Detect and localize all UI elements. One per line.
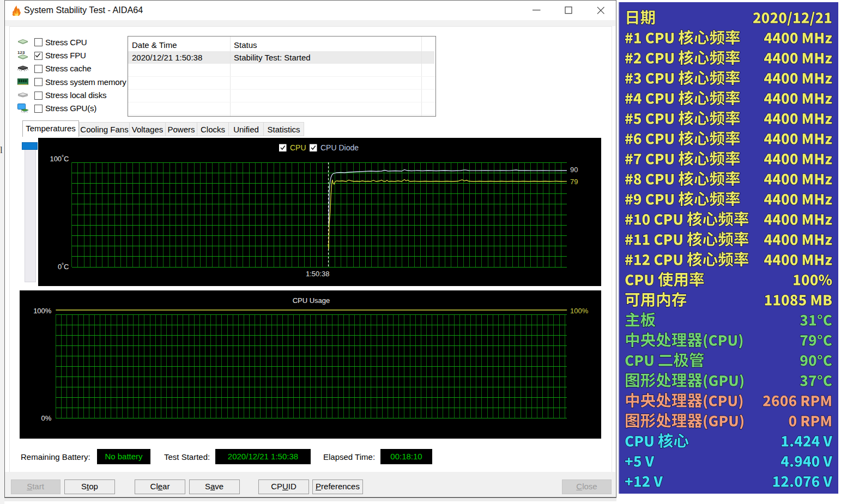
svg-text:100%: 100% xyxy=(570,307,589,315)
svg-text:CPU Diode: CPU Diode xyxy=(320,143,359,152)
svg-text:0%: 0% xyxy=(41,414,52,422)
svg-text:100°C: 100°C xyxy=(50,154,69,163)
svg-text:0°C: 0°C xyxy=(58,262,69,271)
svg-text:CPU Usage: CPU Usage xyxy=(293,296,330,305)
svg-text:79: 79 xyxy=(570,178,578,186)
svg-text:90: 90 xyxy=(570,166,578,174)
svg-text:100%: 100% xyxy=(33,307,52,315)
svg-text:1:50:38: 1:50:38 xyxy=(306,270,329,278)
svg-text:CPU: CPU xyxy=(290,143,306,152)
svg-text:123: 123 xyxy=(17,50,25,55)
